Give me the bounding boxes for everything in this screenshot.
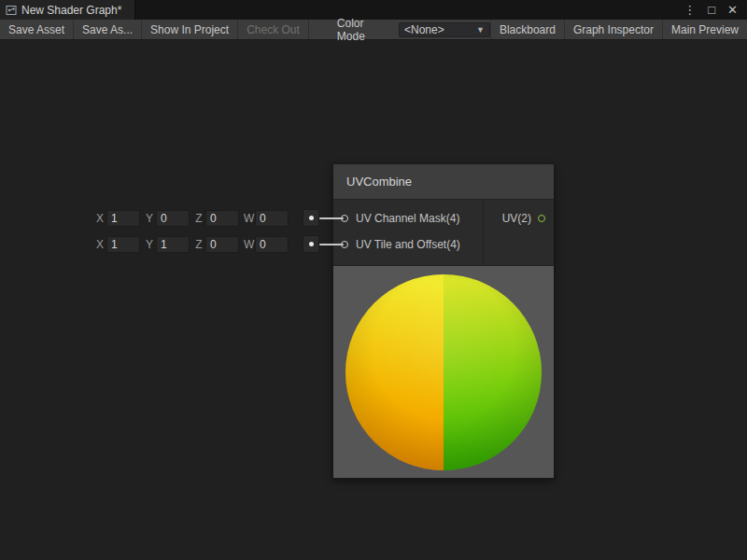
node-port-area: UV Channel Mask(4) UV Tile and Offset(4)…	[333, 200, 554, 265]
input-port-label: UV Tile and Offset(4)	[356, 238, 460, 251]
vector-field-z-input[interactable]	[205, 236, 239, 253]
output-port-label: UV(2)	[502, 212, 531, 225]
check-out-button: Check Out	[238, 20, 309, 39]
close-icon[interactable]: ✕	[727, 4, 738, 16]
vector-field-y: Y	[145, 210, 190, 227]
port-dot-icon	[309, 216, 314, 220]
vector-field-w-label: W	[244, 238, 253, 251]
node-uvcombine[interactable]: UVCombine UV Channel Mask(4) UV Tile and…	[332, 163, 555, 479]
vector-field-w: W	[244, 236, 289, 253]
input-port-row-uv-channel-mask: UV Channel Mask(4)	[333, 205, 483, 231]
vector-field-y-input[interactable]	[156, 236, 190, 253]
input-port-row-uv-tile-offset: UV Tile and Offset(4)	[333, 231, 483, 258]
vector-field-w-label: W	[244, 212, 253, 225]
vector-field-x-input[interactable]	[106, 236, 140, 253]
vector-field-z-label: Z	[194, 238, 204, 251]
output-port-icon[interactable]	[538, 215, 545, 222]
vector-field-x-label: X	[95, 238, 105, 251]
input-port-label: UV Channel Mask(4)	[356, 212, 459, 225]
edge-to-uv-tile-offset	[319, 244, 344, 245]
graph-inspector-button[interactable]: Graph Inspector	[564, 20, 662, 39]
chevron-down-icon: ▼	[476, 25, 485, 35]
vector-field-z: Z	[194, 236, 239, 253]
vector-field-x-label: X	[95, 212, 105, 225]
color-mode-dropdown[interactable]: <None> ▼	[399, 22, 490, 37]
save-as-button[interactable]: Save As...	[74, 20, 142, 39]
maximize-icon[interactable]: □	[708, 4, 715, 16]
vector-field-w-input[interactable]	[255, 210, 289, 227]
show-in-project-button[interactable]: Show In Project	[142, 20, 238, 39]
node-title: UVCombine	[346, 175, 412, 189]
output-port-row-uv: UV(2)	[484, 205, 554, 231]
main-preview-button[interactable]: Main Preview	[662, 20, 747, 39]
vector-field-y-label: Y	[145, 212, 154, 225]
node-inputs: UV Channel Mask(4) UV Tile and Offset(4)	[333, 200, 483, 265]
vector4-input-row-1: X Y Z W	[95, 209, 319, 227]
window-controls: ⋮ □ ✕	[684, 0, 747, 20]
port-dot-icon	[309, 242, 314, 246]
toolbar-right-group: Blackboard Graph Inspector Main Preview	[490, 20, 747, 39]
vector4-connector-port-2[interactable]	[303, 235, 319, 253]
vector-field-z-label: Z	[194, 212, 204, 225]
vector-field-y-label: Y	[145, 238, 154, 251]
color-mode-value: <None>	[404, 23, 444, 36]
node-title-bar[interactable]: UVCombine	[333, 164, 554, 200]
toolbar: Save Asset Save As... Show In Project Ch…	[0, 20, 747, 40]
blackboard-button[interactable]: Blackboard	[490, 20, 564, 39]
graph-canvas[interactable]: X Y Z W X Y Z	[0, 40, 747, 560]
preview-sphere	[345, 274, 542, 470]
vector4-connector-port-1[interactable]	[303, 209, 319, 227]
vector-field-y: Y	[145, 236, 190, 253]
vector-field-x-input[interactable]	[106, 210, 140, 227]
kebab-menu-icon[interactable]: ⋮	[684, 4, 696, 16]
vector4-input-row-2: X Y Z W	[95, 235, 319, 253]
vector-field-x: X	[95, 236, 140, 253]
tab-title: New Shader Graph*	[21, 4, 121, 17]
node-outputs: UV(2)	[483, 200, 554, 265]
sphere-left-gradient	[345, 274, 444, 470]
vector-field-y-input[interactable]	[156, 210, 190, 227]
save-asset-button[interactable]: Save Asset	[0, 20, 74, 39]
edge-to-uv-channel-mask	[319, 217, 344, 219]
vector-field-w: W	[244, 210, 289, 227]
tab-new-shader-graph[interactable]: New Shader Graph*	[0, 0, 135, 20]
vector-field-x: X	[95, 210, 140, 227]
shader-graph-icon	[6, 5, 17, 16]
color-mode-group: Color Mode <None> ▼	[337, 20, 490, 39]
sphere-right-gradient	[444, 274, 542, 470]
node-preview	[333, 265, 554, 478]
vector-field-z: Z	[194, 210, 239, 227]
color-mode-label: Color Mode	[337, 17, 392, 43]
vector-field-z-input[interactable]	[205, 210, 239, 227]
vector-field-w-input[interactable]	[255, 236, 289, 253]
